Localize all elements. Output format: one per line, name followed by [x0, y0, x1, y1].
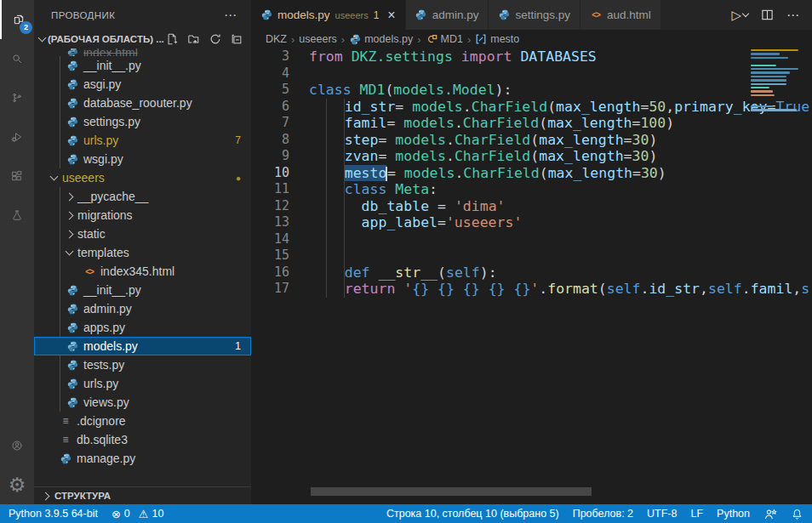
code-line-9[interactable]: 9zvan= models.CharField(max_length=30) [251, 148, 812, 165]
tree-item-apps-py[interactable]: apps.py [34, 318, 251, 337]
new-folder-icon[interactable] [187, 33, 200, 45]
activitybar-source-control[interactable] [0, 78, 34, 117]
line-number[interactable]: 11 [251, 181, 289, 198]
tree-item-static[interactable]: static [34, 225, 251, 243]
code-line-15[interactable]: 15 [251, 247, 812, 264]
code-line-6[interactable]: 6id_str= models.CharField(max_length=50,… [251, 99, 812, 116]
tree-item-asgi-py[interactable]: asgi.py [34, 75, 251, 94]
tree-item-migrations[interactable]: migrations [34, 206, 251, 225]
refresh-icon[interactable] [209, 33, 221, 45]
tree-item--pycache-[interactable]: __pycache__ [34, 187, 251, 206]
tree-item-label: apps.py [83, 321, 125, 334]
line-number[interactable]: 8 [251, 132, 289, 149]
line-number[interactable]: 5 [251, 82, 289, 99]
breadcrumb-item-models.py[interactable]: models.py [349, 33, 413, 45]
minimap[interactable] [751, 48, 807, 112]
line-number[interactable]: 3 [251, 48, 289, 65]
code-line-11[interactable]: 11class Meta: [251, 181, 812, 198]
code-line-10[interactable]: 10mesto= models.CharField(max_length=30) [251, 165, 812, 182]
code-line-13[interactable]: 13 app_label='useeers' [251, 214, 812, 231]
breadcrumb-item-mesto[interactable]: mesto [475, 33, 519, 45]
activitybar-run-debug[interactable] [0, 117, 34, 156]
status-language-mode[interactable]: Python [717, 508, 750, 520]
line-number[interactable]: 15 [251, 247, 289, 264]
activitybar-settings[interactable]: ⚙ [0, 465, 34, 504]
breadcrumb-item-dkz[interactable]: DKZ [266, 33, 287, 45]
tree-item-wsgi-py[interactable]: wsgi.py [34, 150, 251, 168]
code-line-8[interactable]: 8step= models.CharField(max_length=30) [251, 132, 812, 149]
outline-section-header[interactable]: СТРУКТУРА [34, 486, 251, 504]
breadcrumb-item-useeers[interactable]: useeers [299, 33, 336, 45]
status-encoding[interactable]: UTF-8 [647, 508, 677, 520]
line-number[interactable]: 12 [251, 198, 289, 215]
modified-dot: ● [236, 173, 241, 183]
tree-item-tests-py[interactable]: tests.py [34, 355, 251, 374]
code-line-3[interactable]: 3from DKZ.settings import DATABASES [251, 48, 812, 65]
close-icon[interactable]: × [387, 9, 395, 22]
status-python-interpreter[interactable]: Python 3.9.5 64-bit [9, 508, 98, 520]
breadcrumb-item-md1[interactable]: MD1 [426, 33, 463, 45]
workspace-section-header[interactable]: (РАБОЧАЯ ОБЛАСТЬ) ... [34, 30, 251, 48]
split-editor-icon[interactable] [761, 9, 774, 21]
code-line-14[interactable]: 14 [251, 231, 812, 248]
tree-item-urls-py[interactable]: urls.py [34, 374, 251, 393]
tree-item--dcignore[interactable]: ≡.dcignore [34, 412, 251, 430]
tree-item-index345-html[interactable]: <>index345.html [34, 262, 251, 281]
collapse-all-icon[interactable] [231, 33, 243, 45]
code-line-4[interactable]: 4 [251, 65, 812, 82]
activitybar-testing[interactable] [0, 196, 34, 235]
code-line-16[interactable]: 16def __str__(self): [251, 264, 812, 281]
tree-item-models-py[interactable]: models.py1 [34, 337, 251, 355]
line-number[interactable]: 4 [251, 65, 289, 82]
run-button[interactable]: ▷ [731, 8, 748, 23]
code-line-12[interactable]: 12 db_table = 'dima' [251, 198, 812, 215]
status-problems[interactable]: ⊗0⚠10 [112, 508, 163, 520]
tree-item-db-sqlite3[interactable]: ≡db.sqlite3 [34, 430, 251, 449]
tab-settings-py[interactable]: settings.py [489, 0, 580, 30]
tab-admin-py[interactable]: admin.py [406, 0, 489, 30]
code-line-7[interactable]: 7famil= models.CharField(max_length=100) [251, 115, 812, 132]
status-bell[interactable] [791, 508, 803, 520]
tree-item-views-py[interactable]: views.py [34, 393, 251, 412]
more-actions-icon[interactable]: ⋯ [224, 8, 237, 23]
problem-badge: 7 [235, 134, 241, 146]
line-number[interactable]: 13 [251, 214, 289, 231]
indent-guide [309, 214, 327, 231]
activitybar-explorer[interactable]: 2 [0, 0, 36, 39]
line-number[interactable]: 7 [251, 115, 289, 132]
new-file-icon[interactable] [166, 33, 178, 45]
tree-item-manage-py[interactable]: manage.py [34, 449, 251, 468]
activitybar-account[interactable] [0, 426, 34, 465]
tab-aud-html[interactable]: <>aud.html [580, 0, 661, 30]
tree-item-useeers[interactable]: useeers● [34, 168, 251, 187]
status-indentation[interactable]: Пробелов: 2 [573, 508, 633, 520]
line-number[interactable]: 17 [251, 281, 289, 298]
line-number[interactable]: 14 [251, 231, 289, 248]
tree-item-urls-py[interactable]: urls.py7 [34, 131, 251, 150]
more-icon[interactable]: ⋯ [786, 8, 800, 23]
activitybar-extensions[interactable] [0, 156, 34, 196]
tab-models-py[interactable]: models.pyuseeers1× [251, 0, 406, 30]
tree-item-admin-py[interactable]: admin.py [34, 299, 251, 318]
tree-item-index-html[interactable]: index.html [34, 48, 251, 56]
status-feedback[interactable] [763, 508, 777, 520]
status-cursor-position[interactable]: Строка 10, столбец 10 (выбрано 5) [386, 508, 559, 520]
horizontal-scrollbar[interactable] [311, 487, 592, 496]
breadcrumb-label: MD1 [441, 33, 463, 45]
code-line-5[interactable]: 5class MD1(models.Model): [251, 82, 812, 99]
tree-item-database-roouter-py[interactable]: database_roouter.py [34, 94, 251, 112]
line-number[interactable]: 9 [251, 148, 289, 165]
line-number[interactable]: 16 [251, 264, 289, 281]
tree-item-settings-py[interactable]: settings.py [34, 112, 251, 131]
code-line-17[interactable]: 17return '{} {} {} {} {}'.format(self.id… [251, 281, 812, 298]
tree-item-label: static [77, 227, 106, 241]
tree-item--init-py[interactable]: __init__.py [34, 56, 251, 75]
tree-item--init-py[interactable]: __init__.py [34, 281, 251, 299]
status-eol[interactable]: LF [690, 508, 703, 520]
activitybar-search[interactable] [0, 39, 34, 78]
line-number[interactable]: 6 [251, 99, 289, 116]
html-file-icon: <> [83, 267, 95, 276]
line-number[interactable]: 10 [251, 165, 289, 182]
tree-item-templates[interactable]: templates [34, 243, 251, 262]
code-editor[interactable]: 3from DKZ.settings import DATABASES45cla… [251, 48, 812, 496]
